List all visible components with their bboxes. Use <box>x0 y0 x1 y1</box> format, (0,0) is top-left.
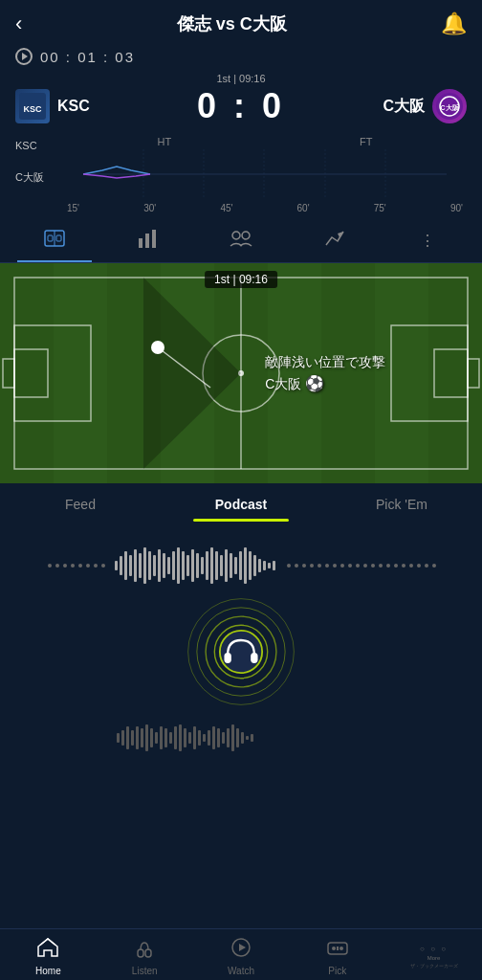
feed-tab[interactable]: Feed <box>0 491 161 520</box>
tab-formation[interactable] <box>8 219 101 262</box>
svg-rect-22 <box>0 263 54 483</box>
bottom-navigation: Home Listen Watch <box>0 928 482 980</box>
svg-rect-70 <box>201 557 204 574</box>
play-button[interactable] <box>15 48 33 65</box>
tab-more[interactable]: ⋮ <box>381 219 474 262</box>
svg-rect-17 <box>152 230 156 248</box>
svg-point-51 <box>101 564 105 568</box>
svg-rect-72 <box>210 547 213 584</box>
timeline-ft-label: FT <box>360 136 372 147</box>
app-wrapper: ‹ 傑志 vs C大阪 🔔 00 : 01 : 03 1st | 09:16 K… <box>0 0 482 980</box>
svg-rect-73 <box>215 551 218 580</box>
time-15: 15' <box>67 203 79 213</box>
listen-nav-label: Listen <box>132 966 158 976</box>
header: ‹ 傑志 vs C大阪 🔔 <box>0 0 482 44</box>
timer-row: 00 : 01 : 03 <box>0 44 482 69</box>
svg-marker-146 <box>239 944 246 951</box>
nav-listen[interactable]: Listen <box>97 933 193 978</box>
svg-rect-118 <box>141 728 143 747</box>
back-button[interactable]: ‹ <box>15 11 22 36</box>
pick-nav-icon <box>326 937 349 964</box>
svg-point-97 <box>371 564 375 568</box>
time-60: 60' <box>297 203 310 213</box>
svg-rect-60 <box>153 555 156 576</box>
sponsor-label: More ザ・ブックメーカーズ <box>410 955 458 968</box>
pitch-text-overlay: 敵陣浅い位置で攻撃 C大阪 ⚽ <box>265 352 385 395</box>
svg-point-19 <box>242 232 250 239</box>
tab-actions[interactable] <box>288 219 382 262</box>
svg-point-94 <box>348 564 352 568</box>
svg-rect-53 <box>120 556 122 575</box>
svg-rect-78 <box>239 551 242 580</box>
tab-lineups[interactable] <box>194 219 288 262</box>
svg-point-48 <box>78 564 82 568</box>
audio-waveform-bottom <box>0 709 482 767</box>
home-nav-icon <box>36 937 59 964</box>
pickem-tab[interactable]: Pick 'Em <box>321 491 482 520</box>
svg-rect-71 <box>206 551 208 580</box>
svg-rect-113 <box>117 733 120 743</box>
podcast-circle-container[interactable] <box>184 594 298 709</box>
svg-rect-117 <box>136 726 139 749</box>
svg-point-103 <box>417 564 421 568</box>
svg-point-18 <box>232 232 240 239</box>
svg-point-88 <box>302 564 306 568</box>
home-team-logo: KSC <box>15 89 50 123</box>
time-90: 90' <box>450 203 463 213</box>
svg-point-44 <box>48 564 52 568</box>
svg-rect-85 <box>273 561 275 570</box>
tab-stats[interactable] <box>101 219 195 262</box>
svg-rect-132 <box>208 730 210 746</box>
nav-watch[interactable]: Watch <box>193 933 290 978</box>
nav-pick[interactable]: Pick <box>289 933 385 978</box>
svg-point-104 <box>425 564 428 568</box>
svg-rect-119 <box>145 724 148 751</box>
timeline-away-label: C大阪 <box>15 170 63 185</box>
svg-rect-16 <box>145 234 149 248</box>
waveform-svg <box>40 542 442 590</box>
notification-bell-icon[interactable]: 🔔 <box>441 11 467 36</box>
svg-rect-128 <box>188 732 191 744</box>
watch-nav-label: Watch <box>228 966 254 976</box>
svg-point-50 <box>94 564 98 568</box>
svg-point-92 <box>333 564 337 568</box>
svg-rect-84 <box>268 563 271 568</box>
svg-rect-114 <box>121 730 124 746</box>
svg-text:KSC: KSC <box>23 104 42 114</box>
time-75: 75' <box>374 203 386 213</box>
score-away: 0 <box>262 86 285 125</box>
score-section: 1st | 09:16 KSC KSC 0 : 0 C大阪 <box>0 69 482 132</box>
nav-more[interactable]: ○ ○ ○ More ザ・ブックメーカーズ <box>385 933 482 978</box>
podcast-tab[interactable]: Podcast <box>161 491 321 520</box>
svg-point-105 <box>432 564 436 568</box>
svg-rect-67 <box>186 555 189 576</box>
team-home: KSC KSC <box>15 89 189 123</box>
svg-rect-61 <box>158 549 161 582</box>
svg-rect-141 <box>251 734 253 742</box>
pick-nav-label: Pick <box>328 966 346 976</box>
svg-rect-68 <box>191 549 194 582</box>
svg-rect-74 <box>220 555 223 576</box>
svg-rect-82 <box>258 559 261 572</box>
svg-rect-15 <box>139 238 142 248</box>
svg-point-102 <box>409 564 413 568</box>
timeline-chart <box>63 149 467 199</box>
svg-point-45 <box>55 564 59 568</box>
svg-rect-139 <box>241 732 244 744</box>
podcast-section <box>0 522 482 928</box>
svg-point-101 <box>402 564 405 568</box>
nav-home[interactable]: Home <box>0 933 97 978</box>
pitch-svg <box>0 263 482 483</box>
svg-rect-75 <box>225 549 228 582</box>
svg-rect-111 <box>224 653 230 663</box>
svg-rect-115 <box>126 726 129 749</box>
svg-rect-58 <box>143 547 146 584</box>
svg-point-46 <box>63 564 67 568</box>
svg-rect-80 <box>249 551 252 580</box>
svg-point-89 <box>310 564 314 568</box>
pitch-overlay-line2: C大阪 ⚽ <box>265 372 385 395</box>
time-30: 30' <box>143 203 156 213</box>
score-row: KSC KSC 0 : 0 C大阪 C大阪 <box>15 86 467 126</box>
svg-rect-125 <box>174 726 177 749</box>
svg-rect-69 <box>196 553 199 578</box>
